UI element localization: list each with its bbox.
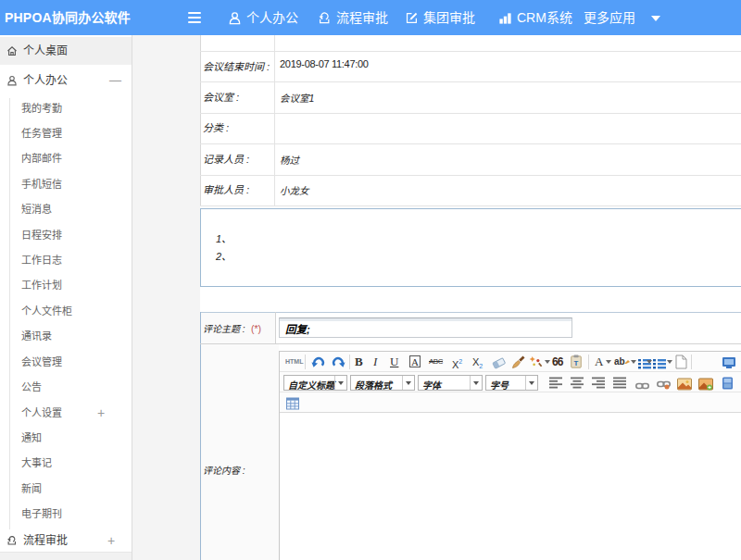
svg-text:T: T (574, 359, 579, 367)
